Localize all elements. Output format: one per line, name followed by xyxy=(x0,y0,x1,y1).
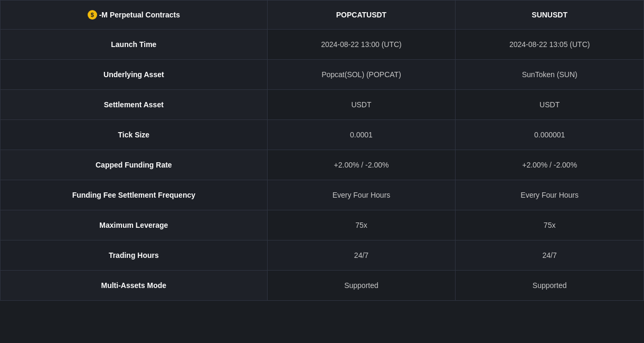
row-col2-value: 24/7 xyxy=(267,240,456,271)
table-row: Underlying AssetPopcat(SOL) (POPCAT)SunT… xyxy=(1,60,644,90)
table-row: Multi-Assets ModeSupportedSupported xyxy=(1,271,644,301)
table-row: Settlement AssetUSDTUSDT xyxy=(1,90,644,120)
table-row: Funding Fee Settlement FrequencyEvery Fo… xyxy=(1,180,644,210)
table-row: Tick Size0.00010.000001 xyxy=(1,120,644,150)
row-col3-value: Every Four Hours xyxy=(456,180,644,210)
row-col2-value: Popcat(SOL) (POPCAT) xyxy=(267,60,456,90)
table-row: Maximum Leverage75x75x xyxy=(1,210,644,240)
row-col3-value: SunToken (SUN) xyxy=(456,60,644,90)
row-label: Funding Fee Settlement Frequency xyxy=(1,180,268,210)
row-label: Tick Size xyxy=(1,120,268,150)
row-label: Settlement Asset xyxy=(1,90,268,120)
row-col3-value: 75x xyxy=(456,210,644,240)
row-label: Capped Funding Rate xyxy=(1,150,268,180)
row-col2-value: Every Four Hours xyxy=(267,180,456,210)
row-col2-value: USDT xyxy=(267,90,456,120)
row-col2-value: 2024-08-22 13:00 (UTC) xyxy=(267,30,456,60)
table-row: Capped Funding Rate+2.00% / -2.00%+2.00%… xyxy=(1,150,644,180)
dollar-circle-icon: $ xyxy=(88,10,97,20)
row-col2-value: +2.00% / -2.00% xyxy=(267,150,456,180)
row-col3-value: 2024-08-22 13:05 (UTC) xyxy=(456,30,644,60)
row-col2-value: 0.0001 xyxy=(267,120,456,150)
row-col3-value: USDT xyxy=(456,90,644,120)
header-col1: $-M Perpetual Contracts xyxy=(1,1,268,30)
row-label: Trading Hours xyxy=(1,240,268,271)
row-col2-value: 75x xyxy=(267,210,456,240)
row-col3-value: Supported xyxy=(456,271,644,301)
row-col2-value: Supported xyxy=(267,271,456,301)
row-col3-value: 24/7 xyxy=(456,240,644,271)
table-row: Launch Time2024-08-22 13:00 (UTC)2024-08… xyxy=(1,30,644,60)
row-label: Underlying Asset xyxy=(1,60,268,90)
row-label: Maximum Leverage xyxy=(1,210,268,240)
row-label: Launch Time xyxy=(1,30,268,60)
row-col3-value: +2.00% / -2.00% xyxy=(456,150,644,180)
comparison-table: $-M Perpetual Contracts POPCATUSDT SUNUS… xyxy=(0,0,644,301)
row-col3-value: 0.000001 xyxy=(456,120,644,150)
row-label: Multi-Assets Mode xyxy=(1,271,268,301)
header-col1-text: -M Perpetual Contracts xyxy=(99,11,180,19)
header-col2: POPCATUSDT xyxy=(267,1,456,30)
header-col3: SUNUSDT xyxy=(456,1,644,30)
table-row: Trading Hours24/724/7 xyxy=(1,240,644,271)
